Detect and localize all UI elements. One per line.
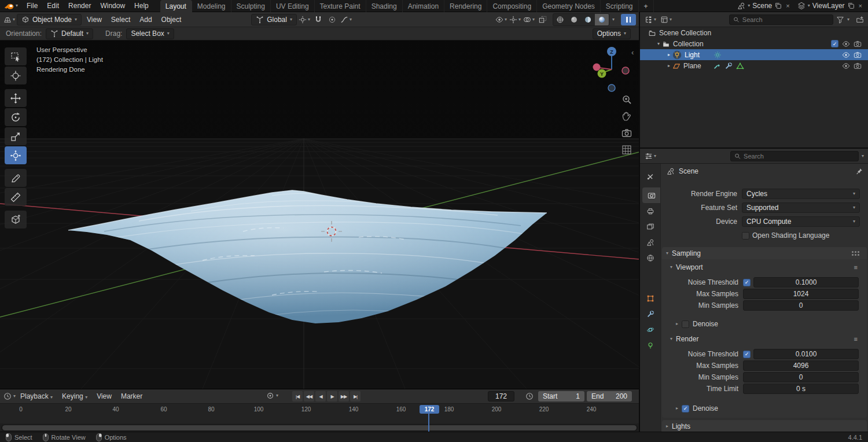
rotate-tool[interactable] <box>5 108 27 126</box>
play-button[interactable]: ▶ <box>327 391 337 402</box>
preset-list-icon[interactable]: ≡ <box>854 336 858 342</box>
menu-timeline-view[interactable]: View <box>92 392 116 400</box>
add-workspace-button[interactable]: + <box>639 0 654 12</box>
camera-visibility-icon[interactable] <box>854 40 862 48</box>
tool-data-icon[interactable] <box>713 62 721 70</box>
outliner-row-collection[interactable]: ▾ Collection ✓ <box>640 38 868 49</box>
viewport-subpanel-header[interactable]: ▾ Viewport ≡ <box>662 261 867 273</box>
tab-uv-editing[interactable]: UV Editing <box>271 0 315 12</box>
tab-world-properties[interactable] <box>640 250 660 266</box>
render-denoise-row[interactable]: ▸ ✓ Denoise <box>662 403 867 414</box>
new-viewlayer-icon[interactable] <box>847 2 855 10</box>
eye-icon[interactable] <box>842 40 850 48</box>
new-scene-icon[interactable] <box>774 2 782 10</box>
gizmos-button[interactable]: ▾ <box>509 14 521 25</box>
navigation-gizmo[interactable]: Y Z <box>586 43 638 97</box>
sidebar-toggle[interactable]: ‹ <box>631 48 634 57</box>
noise-threshold-field[interactable]: 0.1000 <box>753 277 859 288</box>
tool-options-dropdown[interactable]: Options ▾ <box>593 28 631 39</box>
min-samples-field[interactable]: 0 <box>743 372 859 382</box>
transform-orientation-select[interactable]: Global ▾ <box>251 14 297 25</box>
drag-mode-select[interactable]: Select Box ▾ <box>126 28 174 39</box>
tab-texture-paint[interactable]: Texture Paint <box>315 0 366 12</box>
move-tool[interactable] <box>5 89 27 107</box>
measure-tool[interactable] <box>5 188 27 206</box>
xray-toggle-button[interactable] <box>536 14 549 25</box>
tab-rendering[interactable]: Rendering <box>444 0 487 12</box>
outliner-item-label[interactable]: Scene Collection <box>659 29 711 37</box>
tab-layout[interactable]: Layout <box>160 0 192 12</box>
tab-object-properties[interactable] <box>640 290 660 306</box>
menu-add[interactable]: Add <box>135 16 156 24</box>
frame-end-field[interactable]: End 200 <box>587 391 632 402</box>
noise-threshold-checkbox[interactable]: ✓ <box>743 279 751 286</box>
menu-object[interactable]: Object <box>157 16 186 24</box>
prev-keyframe-button[interactable]: ◀◀ <box>304 391 314 402</box>
menu-view[interactable]: View <box>83 16 106 24</box>
outliner-item-label[interactable]: Light <box>685 51 700 59</box>
mesh-data-icon[interactable] <box>736 62 744 70</box>
menu-select[interactable]: Select <box>107 16 134 24</box>
next-keyframe-button[interactable]: ▶▶ <box>339 391 349 402</box>
mode-select[interactable]: Object Mode ▾ <box>17 14 82 25</box>
max-samples-field[interactable]: 4096 <box>743 360 859 371</box>
timeline-ruler[interactable]: 0 20 40 60 80 100 120 140 160 180 200 22… <box>0 404 639 423</box>
noise-threshold-checkbox[interactable]: ✓ <box>743 351 751 358</box>
outliner-row-light[interactable]: ▸ Light <box>640 49 868 60</box>
feature-set-select[interactable]: Supported ▾ <box>742 202 860 213</box>
current-frame-field[interactable]: 172 <box>488 391 514 402</box>
chevron-down-icon[interactable]: ▾ <box>862 154 864 159</box>
max-samples-field[interactable]: 1024 <box>743 289 859 299</box>
overlays-button[interactable]: ▾ <box>523 14 535 25</box>
render-subpanel-header[interactable]: ▾ Render ≡ <box>662 333 867 345</box>
tab-modeling[interactable]: Modeling <box>192 0 231 12</box>
add-cube-tool[interactable] <box>5 211 27 229</box>
light-data-icon[interactable] <box>713 51 722 59</box>
timeline-editor-type-button[interactable]: ▾ <box>0 392 16 400</box>
transform-tool[interactable] <box>5 146 27 164</box>
min-samples-field[interactable]: 0 <box>743 300 859 311</box>
scale-tool[interactable] <box>5 127 27 145</box>
outliner-display-mode-button[interactable]: ▾ <box>660 14 672 25</box>
tab-constraints-properties[interactable] <box>640 306 660 322</box>
tab-geometry-nodes[interactable]: Geometry Nodes <box>537 0 601 12</box>
play-reverse-button[interactable]: ◀ <box>315 391 326 402</box>
lights-panel-header[interactable]: ▸ Lights <box>662 420 867 432</box>
expand-arrow-icon[interactable]: ▸ <box>665 52 672 57</box>
outliner-item-label[interactable]: Collection <box>673 40 704 48</box>
zoom-icon[interactable] <box>621 94 632 105</box>
gizmo-z-neg-axis[interactable] <box>608 84 615 91</box>
camera-view-icon[interactable] <box>621 128 632 138</box>
jump-end-button[interactable]: ▶| <box>350 391 361 402</box>
jump-start-button[interactable]: |◀ <box>292 391 303 402</box>
outliner-row-plane[interactable]: ▸ Plane <box>640 60 868 71</box>
camera-visibility-icon[interactable] <box>854 51 862 59</box>
properties-search-input[interactable] <box>744 153 855 160</box>
shading-solid-button[interactable] <box>567 14 581 25</box>
tab-compositing[interactable]: Compositing <box>487 0 537 12</box>
snap-toggle-button[interactable] <box>312 14 325 25</box>
properties-editor-type-button[interactable]: ▾ <box>644 150 657 162</box>
menu-render[interactable]: Render <box>64 0 95 12</box>
menu-help[interactable]: Help <box>130 0 153 12</box>
shading-wireframe-button[interactable] <box>553 14 567 25</box>
tab-viewlayer-properties[interactable] <box>640 219 660 234</box>
sampling-panel-header[interactable]: ▾ Sampling <box>662 247 867 259</box>
tab-scripting[interactable]: Scripting <box>601 0 639 12</box>
pin-icon[interactable] <box>855 167 863 175</box>
expand-arrow-icon[interactable]: ▸ <box>665 63 672 68</box>
preset-list-icon[interactable]: ≡ <box>854 264 858 271</box>
blender-menu-button[interactable]: ▾ <box>0 2 22 10</box>
osl-checkbox[interactable] <box>742 232 749 240</box>
render-engine-select[interactable]: Cycles ▾ <box>742 189 860 199</box>
tab-shading[interactable]: Shading <box>366 0 403 12</box>
shading-rendered-button[interactable] <box>595 14 609 25</box>
denoise-checkbox[interactable] <box>682 321 689 328</box>
snap-target-button[interactable]: ▾ <box>298 14 311 25</box>
proportional-falloff-button[interactable]: ▾ <box>340 14 352 25</box>
filter-funnel-icon[interactable] <box>836 16 844 24</box>
unlink-scene-icon[interactable]: × <box>785 2 790 9</box>
collection-checkbox[interactable]: ✓ <box>831 40 838 47</box>
tab-sculpting[interactable]: Sculpting <box>231 0 271 12</box>
noise-threshold-field[interactable]: 0.0100 <box>753 349 859 359</box>
